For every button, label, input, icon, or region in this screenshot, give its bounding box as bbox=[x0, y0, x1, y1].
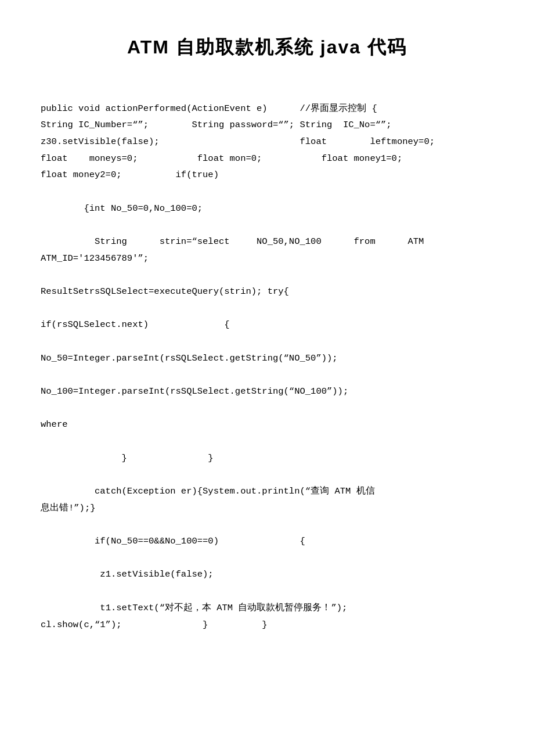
code-line: catch(Exception er){System.out.println(“… bbox=[41, 483, 493, 500]
code-line: No_100=Integer.parseInt(rsSQLSelect.getS… bbox=[41, 383, 493, 400]
code-line: cl.show(c,“1”); } } bbox=[41, 617, 493, 633]
code-line bbox=[41, 267, 493, 283]
code-block: public void actionPerformed(ActionEvent … bbox=[41, 84, 493, 633]
code-line: No_50=Integer.parseInt(rsSQLSelect.getSt… bbox=[41, 350, 493, 367]
page-title: ATM 自助取款机系统 java 代码 bbox=[41, 35, 493, 60]
code-line bbox=[41, 516, 493, 533]
code-line bbox=[41, 400, 493, 417]
code-line: ATM_ID='123456789'”; bbox=[41, 250, 493, 267]
code-line bbox=[41, 550, 493, 567]
code-line: t1.setText(“对不起，本 ATM 自动取款机暂停服务！”); bbox=[41, 600, 493, 617]
code-line: z30.setVisible(false); float leftmoney=0… bbox=[41, 134, 493, 150]
code-line bbox=[41, 183, 493, 200]
code-line bbox=[41, 583, 493, 600]
code-line: float moneys=0; float mon=0; float money… bbox=[41, 150, 493, 167]
code-line: if(rsSQLSelect.next) { bbox=[41, 316, 493, 333]
code-line: z1.setVisible(false); bbox=[41, 566, 493, 583]
code-line: 息出错!”);} bbox=[41, 500, 493, 517]
code-line: float money2=0; if(true) bbox=[41, 167, 493, 183]
code-line: String strin=“select NO_50,NO_100 from A… bbox=[41, 233, 493, 250]
code-line: ResultSetrsSQLSelect=executeQuery(strin)… bbox=[41, 283, 493, 300]
code-line bbox=[41, 300, 493, 317]
code-line: public void actionPerformed(ActionEvent … bbox=[41, 100, 493, 117]
code-line bbox=[41, 333, 493, 350]
code-line bbox=[41, 366, 493, 383]
code-line bbox=[41, 433, 493, 450]
code-line: {int No_50=0,No_100=0; bbox=[41, 200, 493, 217]
code-line: String IC_Number=“”; String password=“”;… bbox=[41, 117, 493, 134]
code-line bbox=[41, 217, 493, 233]
code-line bbox=[41, 466, 493, 483]
code-line: if(No_50==0&&No_100==0) { bbox=[41, 533, 493, 550]
code-line: } } bbox=[41, 450, 493, 467]
code-line: where bbox=[41, 416, 493, 433]
